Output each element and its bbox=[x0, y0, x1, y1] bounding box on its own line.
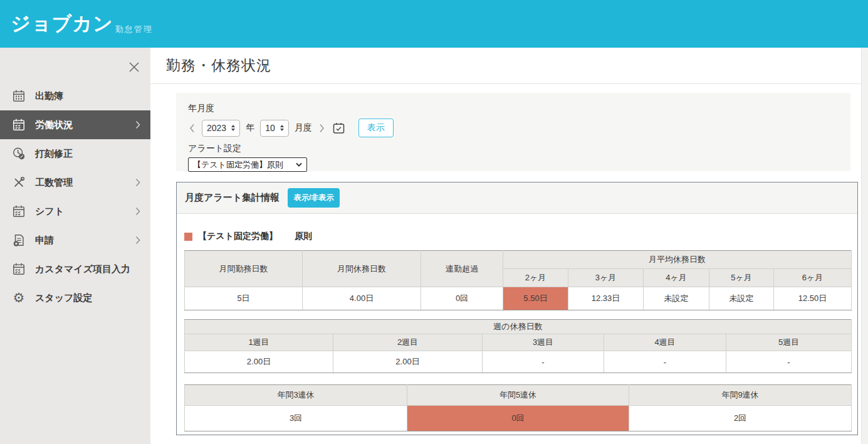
chevron-down-icon bbox=[296, 162, 302, 167]
consecutive-holidays-table: 年間3連休 年間5連休 年間9連休 3回 0回 2回 bbox=[184, 384, 852, 431]
chevron-right-icon bbox=[135, 207, 140, 216]
cell-avg-5mo: 未設定 bbox=[709, 287, 774, 310]
sidebar-item-custom-entry[interactable]: カスタマイズ項目入力 bbox=[0, 255, 150, 283]
month-unit: 月度 bbox=[295, 122, 312, 134]
calendar-check-icon bbox=[11, 117, 26, 132]
cell-consecutive-over: 0回 bbox=[421, 287, 503, 310]
column-header: 6ヶ月 bbox=[774, 269, 852, 287]
show-button[interactable]: 表示 bbox=[358, 119, 394, 137]
cell-avg-4mo: 未設定 bbox=[644, 287, 709, 310]
column-header: 2週目 bbox=[333, 334, 483, 351]
calendar-picker-icon[interactable] bbox=[333, 122, 345, 134]
cell-avg-6mo: 12.50日 bbox=[774, 287, 852, 310]
panel-title: 月度アラート集計情報 bbox=[185, 192, 280, 204]
column-header: 年間5連休 bbox=[407, 385, 629, 406]
column-header: 月間休務日数 bbox=[303, 251, 421, 287]
cell-rest-days: 4.00日 bbox=[303, 287, 421, 310]
spinner-icon bbox=[231, 125, 235, 131]
table-row: 2.00日 2.00日 - - - bbox=[185, 351, 852, 373]
alert-legend: 【テスト固定労働】 原則 bbox=[184, 231, 850, 242]
sidebar-item-label: 申請 bbox=[35, 235, 54, 246]
toggle-visibility-button[interactable]: 表示/非表示 bbox=[288, 188, 340, 208]
sidebar-menu: 出勤簿 労働状況 打刻修正 bbox=[0, 82, 150, 312]
sidebar-item-label: シフト bbox=[35, 206, 64, 218]
sidebar-item-labor-status[interactable]: 労働状況 bbox=[0, 110, 150, 139]
year-value: 2023 bbox=[207, 123, 226, 133]
column-header: 3週目 bbox=[483, 334, 604, 351]
period-label: 年月度 bbox=[188, 103, 838, 114]
filter-panel: 年月度 2023 年 10 月度 bbox=[176, 93, 850, 171]
weekly-rest-table: 週の休務日数 1週目 2週目 3週目 4週目 5週目 2.00日 2.00日 - bbox=[184, 319, 852, 373]
sidebar-item-man-hours[interactable]: 工数管理 bbox=[0, 168, 150, 197]
legend-rule: 原則 bbox=[295, 231, 312, 242]
sidebar-item-staff-settings[interactable]: ⚙ スタッフ設定 bbox=[0, 283, 150, 312]
column-header: 4ヶ月 bbox=[644, 269, 709, 287]
gear-icon: ⚙ bbox=[11, 290, 26, 305]
alert-color-swatch bbox=[184, 233, 192, 241]
column-header: 3ヶ月 bbox=[568, 269, 644, 287]
table-row: 5日 4.00日 0回 5.50日 12.33日 未設定 未設定 12.50日 bbox=[185, 287, 852, 310]
sidebar-item-attendance-book[interactable]: 出勤簿 bbox=[0, 82, 150, 110]
cell-week3: - bbox=[483, 351, 604, 373]
alert-setting-value: 【テスト固定労働】原則 bbox=[193, 159, 283, 171]
panel-header: 月度アラート集計情報 表示/非表示 bbox=[177, 182, 857, 214]
sidebar-close-icon[interactable] bbox=[127, 60, 142, 75]
sidebar-item-punch-correction[interactable]: 打刻修正 bbox=[0, 139, 150, 168]
title-band: 勤務・休務状況 bbox=[150, 48, 868, 84]
calendar-check-icon bbox=[11, 204, 26, 219]
cell-week1: 2.00日 bbox=[185, 351, 333, 373]
cell-avg-2mo-alert: 5.50日 bbox=[503, 287, 568, 310]
column-header: 5ヶ月 bbox=[709, 269, 774, 287]
sidebar-item-label: 出勤簿 bbox=[35, 90, 63, 102]
cell-work-days: 5日 bbox=[185, 287, 303, 310]
chevron-right-icon bbox=[135, 178, 140, 187]
column-header: 月間勤務日数 bbox=[185, 251, 303, 287]
column-header: 年間9連休 bbox=[629, 385, 852, 406]
sidebar-item-shift[interactable]: シフト bbox=[0, 197, 150, 226]
page-title: 勤務・休務状況 bbox=[166, 56, 271, 75]
tools-icon bbox=[11, 175, 26, 190]
cell-week5: - bbox=[726, 351, 852, 373]
column-header: 年間3連休 bbox=[185, 385, 407, 406]
prev-month-icon[interactable] bbox=[188, 124, 196, 133]
sidebar: 出勤簿 労働状況 打刻修正 bbox=[0, 48, 150, 444]
cell-week4: - bbox=[604, 351, 726, 373]
month-select[interactable]: 10 bbox=[260, 120, 289, 137]
next-month-icon[interactable] bbox=[318, 124, 326, 133]
cell-avg-3mo: 12.33日 bbox=[568, 287, 644, 310]
vertical-scrollbar[interactable] bbox=[861, 48, 868, 444]
column-header: 連勤超過 bbox=[421, 251, 503, 287]
column-header: 2ヶ月 bbox=[503, 269, 568, 287]
calendar-check-icon bbox=[11, 262, 26, 277]
column-header: 5週目 bbox=[726, 334, 852, 351]
column-header: 4週目 bbox=[604, 334, 726, 351]
group-header: 週の休務日数 bbox=[185, 320, 852, 334]
main-content: 勤務・休務状況 年月度 2023 年 10 月度 bbox=[150, 48, 868, 444]
panel-body: 【テスト固定労働】 原則 月間勤務日数 月間休務日数 連勤超過 月平均休務日数 bbox=[177, 231, 857, 431]
table-row: 3回 0回 2回 bbox=[185, 406, 852, 431]
sidebar-item-label: スタッフ設定 bbox=[35, 292, 92, 304]
app-logo-suffix: 勤怠管理 bbox=[115, 24, 153, 35]
app-logo: ジョブカン bbox=[11, 11, 113, 37]
group-header: 月平均休務日数 bbox=[503, 251, 852, 269]
column-header: 1週目 bbox=[185, 334, 333, 351]
sidebar-item-label: 労働状況 bbox=[35, 119, 73, 131]
chevron-right-icon bbox=[135, 120, 140, 129]
cell-week2: 2.00日 bbox=[333, 351, 483, 373]
sidebar-item-label: 打刻修正 bbox=[35, 148, 73, 160]
clock-edit-icon bbox=[11, 146, 26, 161]
sidebar-item-label: カスタマイズ項目入力 bbox=[35, 263, 130, 275]
app-header: ジョブカン 勤怠管理 bbox=[0, 0, 868, 48]
year-unit: 年 bbox=[246, 122, 254, 134]
alert-setting-select[interactable]: 【テスト固定労働】原則 bbox=[188, 157, 307, 172]
cell-5day-holidays-alert: 0回 bbox=[407, 406, 629, 431]
sidebar-item-application[interactable]: 申請 bbox=[0, 226, 150, 255]
period-controls: 2023 年 10 月度 表示 bbox=[188, 119, 838, 137]
spinner-icon bbox=[280, 125, 284, 131]
document-plus-icon bbox=[11, 233, 26, 248]
cell-9day-holidays: 2回 bbox=[629, 406, 852, 431]
month-value: 10 bbox=[265, 123, 275, 133]
legend-name: 【テスト固定労働】 bbox=[198, 231, 278, 242]
year-select[interactable]: 2023 bbox=[202, 120, 240, 137]
sidebar-item-label: 工数管理 bbox=[35, 177, 73, 189]
